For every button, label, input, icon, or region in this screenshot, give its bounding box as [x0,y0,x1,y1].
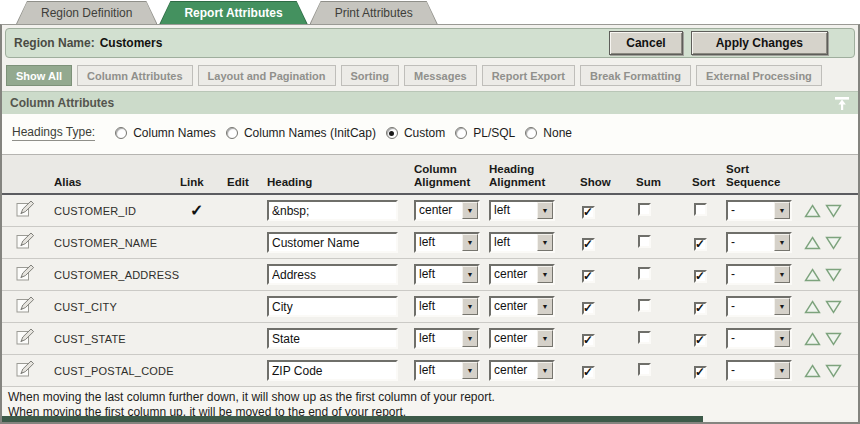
move-up-icon[interactable] [804,300,821,314]
heading-alignment-select[interactable]: center▼ [489,328,555,349]
sort-checkbox[interactable] [694,366,707,379]
radio-custom[interactable] [386,127,398,139]
filter-column-attributes[interactable]: Column Attributes [77,65,193,86]
sum-checkbox[interactable] [638,203,651,216]
header-sum: Sum [624,176,680,189]
move-up-icon[interactable] [804,364,821,378]
heading-alignment-select[interactable]: left▼ [489,232,555,253]
tab-bar: Region Definition Report Attributes Prin… [0,0,860,24]
sort-checkbox[interactable] [694,270,707,283]
heading-alignment-select[interactable]: center▼ [489,360,555,381]
note-line: When moving the last column further down… [8,390,858,405]
sort-sequence-select[interactable]: -▼ [726,232,792,253]
alias-label: CUSTOMER_ID [54,205,180,217]
filter-messages[interactable]: Messages [404,65,477,86]
edit-column-icon[interactable] [16,296,35,314]
dropdown-arrow-icon: ▼ [462,330,478,347]
tab-report-attributes[interactable]: Report Attributes [159,1,307,24]
cancel-button[interactable]: Cancel [609,31,682,55]
radio-column-names[interactable] [115,127,127,139]
headings-type-label[interactable]: Headings Type: [12,125,95,141]
heading-input[interactable] [267,296,398,317]
heading-input[interactable] [267,232,398,253]
edit-column-icon[interactable] [16,328,35,346]
alias-label: CUSTOMER_ADDRESS [54,269,180,281]
move-down-icon[interactable] [825,332,842,346]
region-name-label: Region Name: [14,36,95,50]
tab-print-attributes[interactable]: Print Attributes [310,1,438,24]
heading-alignment-select[interactable]: left▼ [489,200,555,221]
report-attributes-page: Region Definition Report Attributes Prin… [0,0,860,424]
move-down-icon[interactable] [825,300,842,314]
column-alignment-select[interactable]: left▼ [414,296,480,317]
sum-checkbox[interactable] [638,299,651,312]
heading-alignment-select[interactable]: center▼ [489,296,555,317]
alias-label: CUST_POSTAL_CODE [54,365,180,377]
dropdown-arrow-icon: ▼ [462,202,478,219]
move-down-icon[interactable] [825,236,842,250]
move-up-icon[interactable] [804,204,821,218]
table-row: CUST_POSTAL_CODE left▼ center▼ -▼ [2,355,858,387]
column-alignment-select[interactable]: left▼ [414,360,480,381]
radio-none[interactable] [525,127,537,139]
move-down-icon[interactable] [825,364,842,378]
move-down-icon[interactable] [825,268,842,282]
dropdown-arrow-icon: ▼ [462,298,478,315]
filter-sorting[interactable]: Sorting [341,65,400,86]
filter-break-formatting[interactable]: Break Formatting [580,65,691,86]
sort-sequence-select[interactable]: -▼ [726,328,792,349]
sort-checkbox[interactable] [694,203,707,216]
show-checkbox[interactable] [582,334,595,347]
filter-report-export[interactable]: Report Export [482,65,575,86]
apply-changes-button[interactable]: Apply Changes [691,31,828,55]
show-checkbox[interactable] [582,366,595,379]
sum-checkbox[interactable] [638,235,651,248]
radio-plsql[interactable] [455,127,467,139]
filter-show-all[interactable]: Show All [6,65,72,86]
sum-checkbox[interactable] [638,267,651,280]
sort-sequence-select[interactable]: -▼ [726,200,792,221]
filter-layout-and-pagination[interactable]: Layout and Pagination [198,65,336,86]
sort-checkbox[interactable] [694,334,707,347]
dropdown-arrow-icon: ▼ [774,362,790,379]
heading-input[interactable] [267,328,398,349]
column-alignment-select[interactable]: left▼ [414,264,480,285]
column-alignment-select[interactable]: left▼ [414,232,480,253]
dropdown-arrow-icon: ▼ [537,298,553,315]
sort-sequence-select[interactable]: -▼ [726,264,792,285]
move-down-icon[interactable] [825,204,842,218]
edit-column-icon[interactable] [16,232,35,250]
header-link: Link [180,176,227,189]
sum-checkbox[interactable] [638,363,651,376]
edit-column-icon[interactable] [16,264,35,282]
scroll-to-top-icon[interactable] [834,96,850,111]
sort-sequence-select[interactable]: -▼ [726,296,792,317]
tab-region-definition[interactable]: Region Definition [16,1,157,24]
column-alignment-select[interactable]: center▼ [414,200,480,221]
header-column-alignment: ColumnAlignment [414,163,489,189]
sort-checkbox[interactable] [694,238,707,251]
heading-input[interactable] [267,360,398,381]
edit-column-icon[interactable] [16,360,35,378]
sort-checkbox[interactable] [694,302,707,315]
dropdown-arrow-icon: ▼ [774,202,790,219]
heading-input[interactable] [267,200,398,221]
column-alignment-select[interactable]: left▼ [414,328,480,349]
show-checkbox[interactable] [582,302,595,315]
sort-sequence-select[interactable]: -▼ [726,360,792,381]
show-checkbox[interactable] [582,238,595,251]
table-row: CUSTOMER_ADDRESS left▼ center▼ -▼ [2,259,858,291]
edit-column-icon[interactable] [16,200,35,218]
sum-checkbox[interactable] [638,331,651,344]
page-body: Region Name: Customers Cancel Apply Chan… [0,24,860,424]
filter-external-processing[interactable]: External Processing [696,65,822,86]
move-up-icon[interactable] [804,236,821,250]
dropdown-arrow-icon: ▼ [537,362,553,379]
heading-alignment-select[interactable]: center▼ [489,264,555,285]
move-up-icon[interactable] [804,268,821,282]
radio-column-names-initcap[interactable] [226,127,238,139]
move-up-icon[interactable] [804,332,821,346]
show-checkbox[interactable] [582,270,595,283]
show-checkbox[interactable] [582,206,595,219]
heading-input[interactable] [267,264,398,285]
